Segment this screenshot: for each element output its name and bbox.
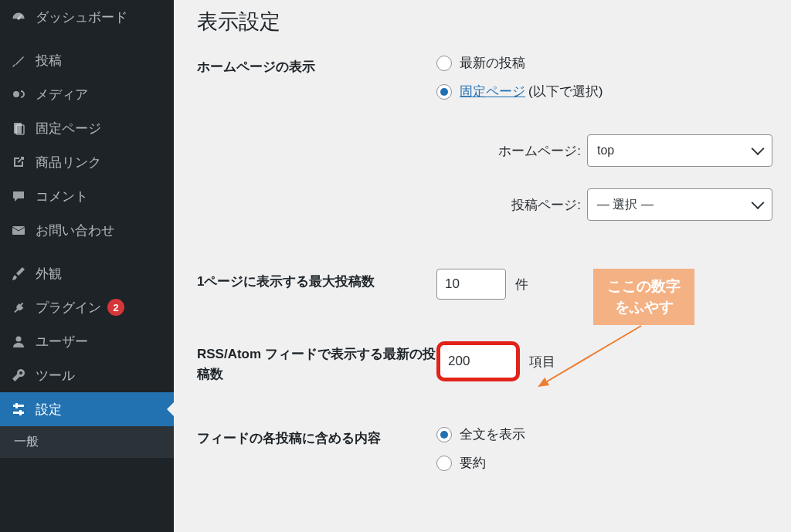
radio-icon	[436, 427, 452, 442]
svg-point-5	[16, 337, 22, 342]
select-value: — 選択 —	[597, 197, 654, 213]
input-value: 200	[448, 354, 470, 369]
label-feed-content: フィードの各投稿に含める内容	[197, 425, 436, 449]
label-select-posts-page: 投稿ページ:	[511, 196, 581, 214]
suffix-posts-per-page: 件	[515, 276, 528, 293]
row-rss-items: RSS/Atom フィードで表示する最新の投稿数 200 項目	[197, 320, 772, 404]
radio-label-suffix: (以下で選択)	[528, 83, 603, 100]
user-icon	[9, 332, 28, 351]
svg-rect-8	[15, 403, 18, 408]
svg-rect-9	[19, 410, 22, 415]
sidebar-item-plugins[interactable]: プラグイン2	[0, 290, 174, 324]
sidebar-sub-general[interactable]: 一般	[0, 426, 174, 458]
radio-icon	[436, 84, 452, 100]
field-homepage-display: 最新の投稿 固定ページ (以下で選択) ホームページ: top 投稿ページ: —…	[436, 54, 772, 221]
radio-label-link: 固定ページ	[460, 83, 525, 100]
mail-icon	[9, 221, 28, 239]
sidebar-item-label: お問い合わせ	[36, 222, 114, 239]
radio-label: 全文を表示	[460, 425, 525, 443]
sidebar-item-label: ツール	[36, 367, 75, 385]
sidebar-item-label: 固定ページ	[36, 120, 101, 137]
sidebar-item-label: ダッシュボード	[36, 8, 127, 26]
svg-point-1	[13, 91, 19, 97]
sidebar-item-tools[interactable]: ツール	[0, 358, 174, 392]
sidebar-item-pages[interactable]: 固定ページ	[0, 111, 174, 145]
sidebar-item-label: 商品リンク	[36, 154, 101, 171]
radio-full-text[interactable]: 全文を表示	[436, 425, 772, 454]
sidebar-item-dashboard[interactable]: ダッシュボード	[0, 0, 174, 34]
select-posts-page[interactable]: — 選択 —	[587, 188, 772, 221]
sidebar-item-label: メディア	[36, 86, 88, 103]
input-value: 10	[445, 276, 460, 292]
field-feed-content: 全文を表示 要約	[436, 425, 772, 483]
sidebar-item-media[interactable]: メディア	[0, 77, 174, 111]
sidebar-item-label: ユーザー	[36, 333, 88, 351]
sidebar-item-contact[interactable]: お問い合わせ	[0, 213, 174, 247]
page-title: 表示設定	[197, 0, 772, 54]
comment-icon	[9, 187, 28, 205]
update-badge: 2	[107, 299, 124, 316]
svg-rect-2	[14, 123, 22, 134]
annotation-callout: ここの数字 をふやす	[593, 269, 694, 325]
input-rss-items[interactable]: 200	[436, 341, 520, 381]
link-out-icon	[9, 153, 28, 171]
row-select-posts-page: 投稿ページ: — 選択 —	[436, 167, 772, 221]
row-homepage-display: ホームページの表示 最新の投稿 固定ページ (以下で選択) ホームページ: to…	[197, 54, 772, 241]
field-rss-items: 200 項目	[436, 341, 772, 381]
brush-icon	[9, 264, 28, 283]
select-homepage[interactable]: top	[587, 134, 772, 167]
pages-icon	[9, 119, 28, 137]
select-value: top	[597, 144, 614, 158]
media-icon	[9, 85, 28, 103]
sidebar-item-settings[interactable]: 設定	[0, 392, 174, 426]
svg-rect-7	[13, 412, 24, 414]
sidebar-item-label: コメント	[36, 188, 88, 205]
input-posts-per-page[interactable]: 10	[436, 269, 506, 300]
annotation-line-2: をふやす	[607, 297, 681, 318]
settings-icon	[9, 400, 28, 418]
svg-rect-6	[13, 405, 24, 407]
sidebar-item-label: 投稿	[36, 52, 62, 69]
pin-icon	[9, 51, 28, 69]
sidebar-item-product-links[interactable]: 商品リンク	[0, 145, 174, 179]
radio-static-page[interactable]: 固定ページ (以下で選択)	[436, 83, 772, 111]
label-posts-per-page: 1ページに表示する最大投稿数	[197, 269, 436, 292]
main-content: 表示設定 ホームページの表示 最新の投稿 固定ページ (以下で選択) ホームペー…	[174, 0, 791, 532]
radio-icon	[436, 56, 452, 71]
radio-summary[interactable]: 要約	[436, 454, 772, 483]
row-feed-content: フィードの各投稿に含める内容 全文を表示 要約	[197, 404, 772, 503]
suffix-rss-items: 項目	[529, 353, 555, 371]
sidebar-item-label: プラグイン	[36, 299, 101, 317]
plug-icon	[9, 298, 28, 317]
sidebar-item-label: 外観	[36, 265, 62, 283]
admin-sidebar: ダッシュボード投稿メディア固定ページ商品リンクコメントお問い合わせ外観プラグイン…	[0, 0, 174, 532]
radio-latest-posts[interactable]: 最新の投稿	[436, 54, 772, 83]
sidebar-item-users[interactable]: ユーザー	[0, 324, 174, 358]
sidebar-item-label: 設定	[36, 401, 62, 418]
annotation-line-1: ここの数字	[607, 276, 681, 297]
radio-label: 要約	[460, 454, 486, 472]
dashboard-icon	[9, 8, 28, 26]
wrench-icon	[9, 366, 28, 385]
row-select-homepage: ホームページ: top	[436, 111, 772, 167]
sidebar-item-appearance[interactable]: 外観	[0, 256, 174, 290]
sidebar-item-comments[interactable]: コメント	[0, 179, 174, 213]
label-rss-items: RSS/Atom フィードで表示する最新の投稿数	[197, 341, 436, 384]
label-select-homepage: ホームページ:	[498, 142, 581, 160]
label-homepage-display: ホームページの表示	[197, 54, 436, 77]
radio-label: 最新の投稿	[460, 54, 525, 72]
radio-icon	[436, 456, 452, 471]
sidebar-item-posts[interactable]: 投稿	[0, 43, 174, 77]
